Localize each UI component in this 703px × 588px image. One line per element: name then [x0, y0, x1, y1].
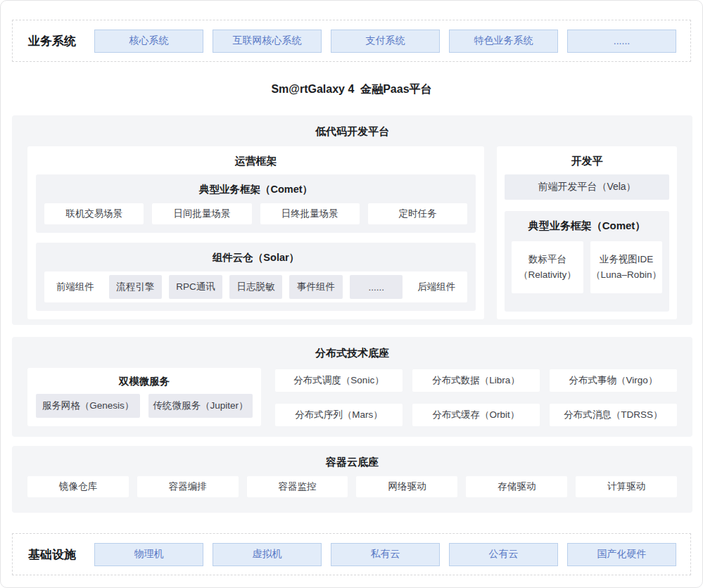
infra-virtual-machine[interactable]: 虚拟机	[213, 543, 322, 566]
component-rpc[interactable]: RPC通讯	[169, 275, 222, 299]
distributed-data-libra[interactable]: 分布式数据（Libra）	[412, 369, 540, 392]
business-system-core[interactable]: 核心系统	[94, 30, 203, 53]
data-index-platform-relativity[interactable]: 数标平台 （Relativity）	[512, 241, 583, 293]
business-view-ide-line2: （Luna–Robin）	[591, 267, 661, 283]
service-mesh-genesis[interactable]: 服务网格（Genesis）	[36, 394, 140, 418]
solar-component-title: 组件云仓（Solar）	[44, 248, 467, 271]
dev-platform-title: 开发平	[505, 146, 669, 174]
business-view-ide-luna-robin[interactable]: 业务视图IDE （Luna–Robin）	[590, 241, 662, 293]
dual-mode-microservice-card: 双模微服务 服务网格（Genesis） 传统微服务（Jupiter）	[27, 368, 261, 426]
data-index-platform-line2: （Relativity）	[519, 267, 576, 283]
operation-framework-card: 运营框架 典型业务框架（Comet） 联机交易场景 日间批量场景 日终批量场景 …	[27, 146, 484, 319]
component-more[interactable]: ......	[350, 275, 403, 299]
frontend-dev-platform-vela[interactable]: 前端开发平台（Vela）	[505, 174, 669, 200]
infrastructure-box: 基础设施 物理机 虚拟机 私有云 公有云 国产化硬件	[12, 533, 691, 575]
low-code-platform-section: 低代码开发平台 运营框架 典型业务框架（Comet） 联机交易场景 日间批量场景…	[12, 115, 692, 325]
distributed-cache-orbit[interactable]: 分布式缓存（Orbit）	[412, 404, 540, 426]
distributed-base-section: 分布式技术底座 双模微服务 服务网格（Genesis） 传统微服务（Jupite…	[12, 337, 692, 437]
solar-component-box: 组件云仓（Solar） 前端组件 流程引擎 RPC通讯 日志脱敏 事件组件 ..…	[36, 243, 476, 311]
infra-private-cloud[interactable]: 私有云	[331, 543, 440, 566]
container-orchestration[interactable]: 容器编排	[137, 476, 239, 497]
architecture-diagram: 业务系统 核心系统 互联网核心系统 支付系统 特色业务系统 ...... Sm@…	[0, 0, 703, 588]
dual-mode-row: 服务网格（Genesis） 传统微服务（Jupiter）	[36, 394, 253, 418]
component-backend[interactable]: 后端组件	[410, 281, 463, 293]
container-cloud-title: 容器云底座	[12, 446, 692, 469]
dual-mode-title: 双模微服务	[36, 368, 253, 394]
distributed-scheduling-sonic[interactable]: 分布式调度（Sonic）	[275, 369, 403, 392]
distributed-sequence-mars[interactable]: 分布式序列（Mars）	[275, 404, 403, 426]
solar-components-row: 前端组件 流程引擎 RPC通讯 日志脱敏 事件组件 ...... 后端组件	[44, 271, 467, 302]
distributed-base-title: 分布式技术底座	[12, 337, 692, 360]
component-frontend[interactable]: 前端组件	[49, 281, 102, 293]
business-system-more[interactable]: ......	[567, 30, 676, 53]
operation-framework-title: 运营框架	[36, 146, 476, 174]
scenario-online-transaction[interactable]: 联机交易场景	[44, 203, 144, 224]
comet-framework-box: 典型业务框架（Comet） 联机交易场景 日间批量场景 日终批量场景 定时任务	[36, 174, 476, 233]
dev-platform-card: 开发平 前端开发平台（Vela） 典型业务框架（Comet） 数标平台 （Rel…	[497, 146, 677, 319]
comet-framework-title: 典型业务框架（Comet）	[44, 179, 467, 203]
component-event[interactable]: 事件组件	[289, 275, 343, 299]
network-driver[interactable]: 网络驱动	[356, 476, 457, 497]
component-process-engine[interactable]: 流程引擎	[109, 275, 163, 299]
scenario-daytime-batch[interactable]: 日间批量场景	[152, 203, 251, 224]
dev-comet-title: 典型业务框架（Comet）	[512, 216, 662, 241]
container-cloud-section: 容器云底座 镜像仓库 容器编排 容器监控 网络驱动 存储驱动 计算驱动	[12, 446, 692, 513]
business-systems-buttons: 核心系统 互联网核心系统 支付系统 特色业务系统 ......	[94, 30, 676, 53]
business-system-special[interactable]: 特色业务系统	[449, 30, 558, 53]
infra-physical-machine[interactable]: 物理机	[94, 543, 203, 566]
distributed-message-tdrss[interactable]: 分布式消息（TDRSS）	[550, 404, 677, 426]
storage-driver[interactable]: 存储驱动	[466, 476, 567, 497]
distributed-content: 双模微服务 服务网格（Genesis） 传统微服务（Jupiter） 分布式调度…	[12, 360, 692, 426]
infra-public-cloud[interactable]: 公有云	[449, 543, 558, 566]
dev-comet-box: 典型业务框架（Comet） 数标平台 （Relativity） 业务视图IDE …	[505, 211, 669, 312]
infra-domestic-hardware[interactable]: 国产化硬件	[567, 543, 676, 566]
dev-comet-row: 数标平台 （Relativity） 业务视图IDE （Luna–Robin）	[512, 241, 662, 293]
business-system-internet-core[interactable]: 互联网核心系统	[213, 30, 322, 53]
component-log-masking[interactable]: 日志脱敏	[229, 275, 283, 299]
distributed-services-grid: 分布式调度（Sonic） 分布式数据（Libra） 分布式事物（Virgo） 分…	[275, 368, 677, 426]
scenario-scheduled-task[interactable]: 定时任务	[368, 203, 467, 224]
business-system-payment[interactable]: 支付系统	[331, 30, 440, 53]
business-systems-label: 业务系统	[28, 33, 76, 49]
compute-driver[interactable]: 计算驱动	[576, 476, 677, 497]
traditional-microservice-jupiter[interactable]: 传统微服务（Jupiter）	[148, 394, 253, 418]
infrastructure-buttons: 物理机 虚拟机 私有云 公有云 国产化硬件	[94, 543, 676, 566]
image-registry[interactable]: 镜像仓库	[27, 476, 129, 497]
business-view-ide-line1: 业务视图IDE	[600, 252, 654, 267]
distributed-transaction-virgo[interactable]: 分布式事物（Virgo）	[550, 369, 677, 392]
container-cloud-row: 镜像仓库 容器编排 容器监控 网络驱动 存储驱动 计算驱动	[12, 469, 692, 497]
container-monitoring[interactable]: 容器监控	[247, 476, 348, 497]
data-index-platform-line1: 数标平台	[528, 252, 566, 267]
infrastructure-label: 基础设施	[28, 547, 76, 563]
platform-title: Sm@rtGalaxy 4 金融Paas平台	[1, 82, 702, 97]
low-code-platform-title: 低代码开发平台	[12, 115, 692, 139]
business-systems-box: 业务系统 核心系统 互联网核心系统 支付系统 特色业务系统 ......	[12, 20, 691, 62]
scenario-endofday-batch[interactable]: 日终批量场景	[260, 203, 360, 224]
comet-scenarios-row: 联机交易场景 日间批量场景 日终批量场景 定时任务	[44, 203, 467, 224]
low-code-content: 运营框架 典型业务框架（Comet） 联机交易场景 日间批量场景 日终批量场景 …	[12, 139, 692, 319]
